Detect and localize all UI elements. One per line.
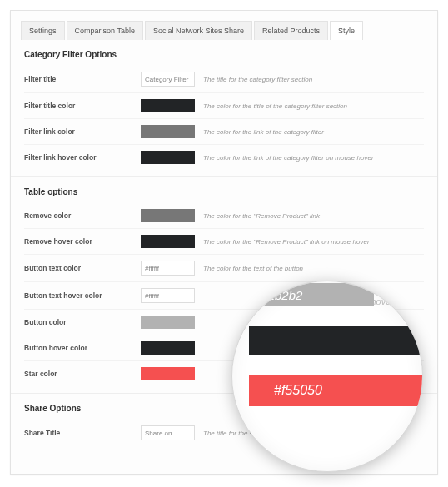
color-swatch[interactable] <box>141 99 195 112</box>
setting-label: Filter link hover color <box>24 153 141 162</box>
setting-row: Remove colorThe color for the "Remove Pr… <box>24 203 424 228</box>
setting-label: Button hover color <box>24 344 141 352</box>
tab-settings[interactable]: Settings <box>21 21 65 40</box>
tabs-bar: SettingsComparison TableSocial Network S… <box>11 11 437 40</box>
color-swatch[interactable] <box>141 367 195 380</box>
magnifier-overlay: hover #b2b2b2 #f55050 <box>231 281 423 472</box>
setting-input[interactable] <box>141 288 195 303</box>
setting-desc: The color for the "Remove Product" link <box>203 212 424 220</box>
setting-desc: The title for the category filter sectio… <box>203 76 424 83</box>
setting-input[interactable] <box>141 261 195 276</box>
setting-desc: The color for the link of the category f… <box>203 128 424 136</box>
setting-desc: The color for the text of the button <box>203 265 424 272</box>
magnifier-swatch-mid <box>249 326 423 355</box>
setting-label: Button text color <box>24 264 141 272</box>
setting-input[interactable] <box>141 72 195 87</box>
section-title-category: Category Filter Options <box>11 40 437 66</box>
setting-row: Filter link hover colorThe color for the… <box>24 144 424 170</box>
setting-label: Button text hover color <box>24 291 141 300</box>
setting-label: Remove color <box>24 211 141 220</box>
color-swatch[interactable] <box>141 235 195 248</box>
setting-row: Filter link colorThe color for the link … <box>24 118 424 144</box>
setting-label: Share Title <box>24 429 141 437</box>
setting-row: Remove hover colorThe color for the "Rem… <box>24 228 424 254</box>
tab-comparison-table[interactable]: Comparison Table <box>67 21 143 40</box>
setting-label: Filter link color <box>24 127 141 136</box>
magnifier-swatch-bot: #f55050 <box>249 375 423 406</box>
setting-row: Filter titleThe title for the category f… <box>24 66 424 92</box>
setting-input[interactable] <box>141 425 195 440</box>
color-swatch[interactable] <box>141 209 195 222</box>
setting-label: Button color <box>24 318 141 326</box>
tab-style[interactable]: Style <box>330 21 363 40</box>
color-swatch[interactable] <box>141 125 195 138</box>
setting-label: Filter title <box>24 75 141 83</box>
setting-desc: The color for the link of the category f… <box>203 154 424 162</box>
color-swatch[interactable] <box>141 341 195 355</box>
setting-row: Button text colorThe color for the text … <box>24 254 424 281</box>
setting-desc: The color for the "Remove Product" link … <box>203 238 424 246</box>
setting-label: Star color <box>24 370 141 378</box>
color-swatch[interactable] <box>141 151 195 164</box>
tab-social-network-sites-share[interactable]: Social Network Sites Share <box>145 21 252 40</box>
tab-related-products[interactable]: Related Products <box>254 21 328 40</box>
setting-desc: The color for the title of the category … <box>203 102 424 110</box>
setting-row: Filter title colorThe color for the titl… <box>24 92 424 118</box>
setting-label: Remove hover color <box>24 237 141 246</box>
setting-label: Filter title color <box>24 102 141 110</box>
color-swatch[interactable] <box>141 316 195 329</box>
section-title-table: Table options <box>11 176 437 203</box>
